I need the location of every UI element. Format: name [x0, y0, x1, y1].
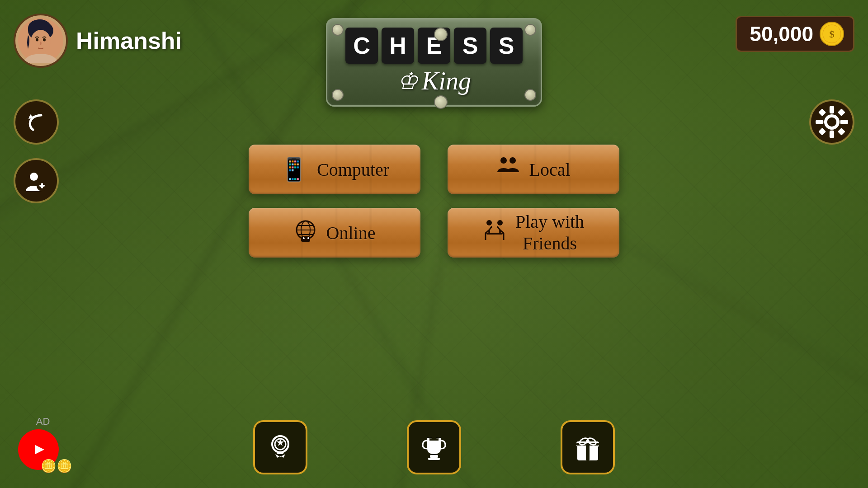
youtube-ad-button[interactable]: AD 🪙🪙	[14, 416, 72, 474]
local-icon	[496, 155, 520, 184]
letter-e: E	[418, 28, 450, 64]
svg-point-8	[30, 173, 38, 181]
corner-bolt-bl	[332, 89, 344, 101]
svg-point-4	[43, 38, 46, 42]
svg-rect-37	[277, 451, 283, 454]
svg-rect-28	[301, 236, 310, 242]
svg-rect-20	[838, 128, 845, 136]
letter-h: H	[382, 28, 414, 64]
play-friends-icon	[483, 218, 506, 247]
svg-point-49	[586, 440, 590, 443]
gifts-button[interactable]	[561, 420, 615, 474]
chess-letters: C H E S S	[345, 28, 523, 64]
svg-point-33	[497, 220, 503, 225]
svg-rect-18	[838, 108, 845, 116]
computer-icon: 📱	[280, 156, 308, 183]
svg-rect-17	[818, 108, 826, 116]
svg-marker-38	[275, 454, 285, 458]
svg-rect-11	[41, 183, 43, 188]
svg-marker-42	[429, 437, 439, 441]
coin-amount: 50,000	[750, 22, 813, 46]
leaderboard-button[interactable]	[407, 420, 461, 474]
online-label: Online	[326, 222, 376, 244]
coin-counter: 50,000 $	[736, 16, 854, 52]
letter-c: C	[345, 28, 378, 64]
play-friends-label: Play withFriends	[515, 211, 584, 254]
svg-marker-50	[35, 445, 44, 454]
play-with-friends-button[interactable]: Play withFriends	[448, 208, 619, 258]
bottom-icons	[253, 420, 615, 474]
svg-rect-19	[818, 128, 826, 136]
youtube-coins: 🪙🪙	[41, 459, 72, 474]
avatar	[14, 14, 68, 68]
svg-point-12	[826, 116, 838, 128]
svg-rect-15	[816, 120, 823, 124]
profile-name: Himanshi	[76, 27, 182, 54]
main-buttons: 📱 Computer Local	[249, 145, 619, 258]
achievements-button[interactable]	[253, 420, 307, 474]
online-icon	[294, 218, 317, 247]
svg-rect-34	[486, 233, 503, 235]
king-label: King	[422, 66, 471, 95]
corner-bolt-tl	[332, 24, 344, 36]
computer-label: Computer	[317, 159, 389, 180]
youtube-icon-area: 🪙🪙	[18, 429, 68, 470]
back-button[interactable]	[14, 99, 59, 145]
svg-rect-14	[830, 131, 834, 138]
letter-s2: S	[490, 28, 523, 64]
svg-rect-40	[430, 455, 438, 458]
local-button[interactable]: Local	[448, 145, 619, 194]
corner-bolt-tr	[524, 24, 536, 36]
svg-rect-16	[840, 120, 848, 124]
svg-point-31	[307, 237, 309, 239]
add-friend-button[interactable]	[14, 158, 59, 203]
logo-container: C H E S S ♔ King	[326, 18, 542, 107]
svg-rect-41	[428, 458, 440, 460]
local-label: Local	[529, 159, 570, 180]
svg-text:$: $	[830, 28, 835, 40]
svg-rect-13	[830, 106, 834, 113]
svg-point-3	[36, 38, 38, 42]
chess-king-subtitle: ♔ King	[345, 66, 523, 95]
letter-s1: S	[454, 28, 486, 64]
svg-point-32	[486, 220, 492, 225]
logo-plate: C H E S S ♔ King	[326, 18, 542, 107]
king-chess-piece-icon: ♔	[397, 67, 418, 94]
profile-area: Himanshi	[14, 14, 182, 68]
corner-bolt-br	[524, 89, 536, 101]
svg-point-21	[500, 157, 507, 164]
settings-button[interactable]	[809, 99, 854, 145]
ad-label: AD	[36, 416, 50, 427]
online-button[interactable]: Online	[249, 208, 420, 258]
svg-point-22	[509, 157, 516, 164]
left-buttons	[14, 99, 59, 203]
computer-button[interactable]: 📱 Computer	[249, 145, 420, 194]
coin-icon: $	[820, 22, 844, 46]
